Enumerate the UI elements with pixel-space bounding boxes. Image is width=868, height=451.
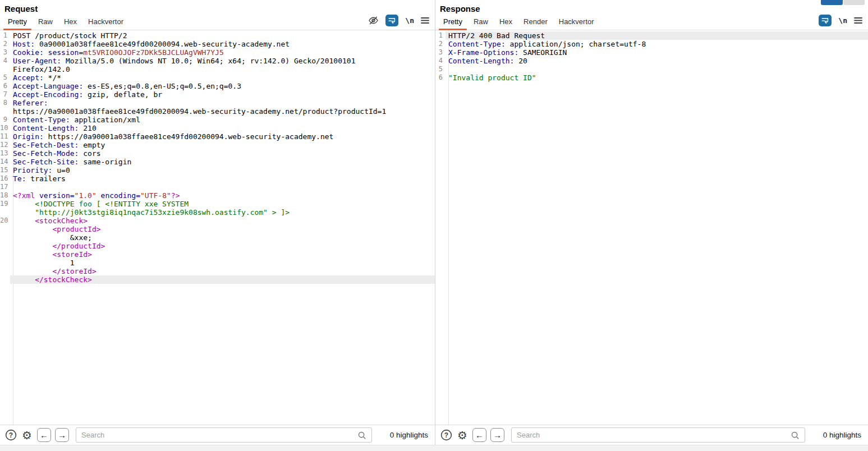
line-number	[0, 107, 10, 116]
tab-hex[interactable]: Hex	[494, 15, 518, 30]
tab-hex[interactable]: Hex	[58, 15, 82, 30]
line-number: 9	[0, 116, 10, 124]
code-line: Content-Type: application/xml	[10, 116, 435, 124]
editor-row: 19 <!DOCTYPE foo [ <!ENTITY xxe SYSTEM	[0, 200, 435, 208]
response-search-bar: ? ⚙ ← → 0 highlights	[435, 425, 868, 445]
newline-chars-icon[interactable]: \n	[838, 16, 847, 25]
response-editor[interactable]: 1HTTP/2 400 Bad Request2Content-Type: ap…	[435, 30, 868, 425]
editor-row: 3X-Frame-Options: SAMEORIGIN	[435, 48, 868, 57]
code-line: Content-Type: application/json; charset=…	[446, 40, 868, 48]
line-number	[0, 65, 10, 73]
line-number: 17	[0, 183, 10, 191]
code-line: Host: 0a90001a038ffaee81ce49fd00200094.w…	[10, 40, 435, 48]
editor-row: 6Accept-Language: es-ES,es;q=0.8,en-US;q…	[0, 82, 435, 90]
inspector-tab-active[interactable]	[821, 0, 843, 5]
editor-row: "http://j0kt3stgi8iq1nqac7i53xzie9k08swh…	[0, 208, 435, 217]
tab-hackvertor[interactable]: Hackvertor	[82, 15, 129, 30]
forward-button[interactable]: →	[55, 428, 69, 442]
code-line: 1	[10, 259, 435, 267]
code-line: <!DOCTYPE foo [ <!ENTITY xxe SYSTEM	[10, 200, 435, 208]
back-button[interactable]: ←	[472, 428, 486, 442]
menu-icon[interactable]	[421, 17, 429, 24]
line-number: 14	[0, 158, 10, 166]
line-number: 11	[0, 132, 10, 141]
editor-row: 5	[435, 65, 868, 73]
response-panel: Response PrettyRawHexRenderHackvertor \n	[435, 0, 868, 445]
code-line: Origin: https://0a90001a038ffaee81ce49fd…	[10, 132, 435, 141]
inspector-collapsed-widget[interactable]	[821, 0, 865, 5]
request-search-input[interactable]	[81, 431, 357, 439]
settings-gear-icon[interactable]: ⚙	[21, 429, 33, 441]
editor-row: 5Accept: */*	[0, 73, 435, 82]
editor-row: <storeId>	[0, 250, 435, 259]
response-tabs: PrettyRawHexRenderHackvertor	[438, 16, 600, 30]
code-line: </productId>	[10, 242, 435, 250]
tab-raw[interactable]: Raw	[468, 15, 494, 30]
code-line: https://0a90001a038ffaee81ce49fd00200094…	[10, 107, 435, 116]
line-number: 4	[435, 57, 446, 65]
editor-row: </stockCheck>	[0, 275, 435, 284]
word-wrap-icon[interactable]	[385, 15, 398, 26]
editor-row: 20 <stockCheck>	[0, 217, 435, 225]
tab-pretty[interactable]: Pretty	[2, 15, 33, 30]
request-tabs: PrettyRawHexHackvertor	[2, 16, 129, 30]
tab-render[interactable]: Render	[518, 15, 553, 30]
newline-chars-icon[interactable]: \n	[405, 16, 414, 25]
request-search-bar: ? ⚙ ← → 0 highlights	[0, 425, 435, 445]
code-line: Firefox/142.0	[10, 65, 435, 73]
line-number	[0, 242, 10, 250]
forward-button[interactable]: →	[490, 428, 504, 442]
settings-gear-icon[interactable]: ⚙	[456, 429, 469, 441]
help-icon[interactable]: ?	[440, 429, 452, 441]
svg-text:?: ?	[8, 431, 12, 439]
line-number: 18	[0, 191, 10, 200]
code-line: Te: trailers	[10, 174, 435, 183]
response-tabs-row: PrettyRawHexRenderHackvertor \n	[435, 16, 868, 30]
line-number: 13	[0, 149, 10, 158]
editor-row: 4Content-Length: 20	[435, 57, 868, 65]
menu-icon[interactable]	[854, 17, 862, 24]
tab-raw[interactable]: Raw	[33, 15, 58, 30]
tab-hackvertor[interactable]: Hackvertor	[553, 15, 600, 30]
editor-row: 12Sec-Fetch-Dest: empty	[0, 141, 435, 149]
editor-row: Firefox/142.0	[0, 65, 435, 73]
line-number: 1	[0, 31, 10, 40]
code-line: <productId>	[10, 225, 435, 233]
line-number: 15	[0, 166, 10, 174]
eye-off-icon[interactable]	[368, 15, 379, 26]
line-number: 5	[435, 65, 446, 73]
editor-row: https://0a90001a038ffaee81ce49fd00200094…	[0, 107, 435, 116]
editor-row: 13Sec-Fetch-Mode: cors	[0, 149, 435, 158]
request-editor[interactable]: 1POST /product/stock HTTP/22Host: 0a9000…	[0, 30, 435, 425]
line-number: 1	[435, 31, 446, 40]
line-number: 2	[435, 40, 446, 48]
help-icon[interactable]: ?	[4, 429, 17, 441]
editor-row: 3Cookie: session=mt5VRIO0OJOFz7DKk5BJCLU…	[0, 48, 435, 57]
editor-row: 1	[0, 259, 435, 267]
line-number: 12	[0, 141, 10, 149]
editor-row: 4User-Agent: Mozilla/5.0 (Windows NT 10.…	[0, 57, 435, 65]
request-panel: Request PrettyRawHexHackvertor	[0, 0, 435, 445]
editor-row: 9Content-Type: application/xml	[0, 116, 435, 124]
tab-pretty[interactable]: Pretty	[438, 15, 468, 30]
code-line: &xxe;	[10, 233, 435, 242]
inspector-tab-idle[interactable]	[843, 0, 865, 5]
line-number: 3	[435, 48, 446, 57]
response-search-input[interactable]	[517, 431, 791, 439]
editor-row: 1HTTP/2 400 Bad Request	[435, 31, 868, 40]
code-line: Priority: u=0	[10, 166, 435, 174]
word-wrap-icon[interactable]	[819, 15, 832, 26]
editor-row: 15Priority: u=0	[0, 166, 435, 174]
search-icon	[357, 431, 366, 440]
editor-row: <productId>	[0, 225, 435, 233]
line-number: 7	[0, 90, 10, 99]
line-number: 16	[0, 174, 10, 183]
code-line: Accept-Language: es-ES,es;q=0.8,en-US;q=…	[10, 82, 435, 90]
request-panel-title: Request	[0, 0, 435, 16]
code-line: Sec-Fetch-Mode: cors	[10, 149, 435, 158]
code-line: Accept: */*	[10, 73, 435, 82]
back-button[interactable]: ←	[37, 428, 51, 442]
response-search-box	[511, 427, 805, 443]
line-number: 10	[0, 124, 10, 132]
code-line: </storeId>	[10, 267, 435, 275]
